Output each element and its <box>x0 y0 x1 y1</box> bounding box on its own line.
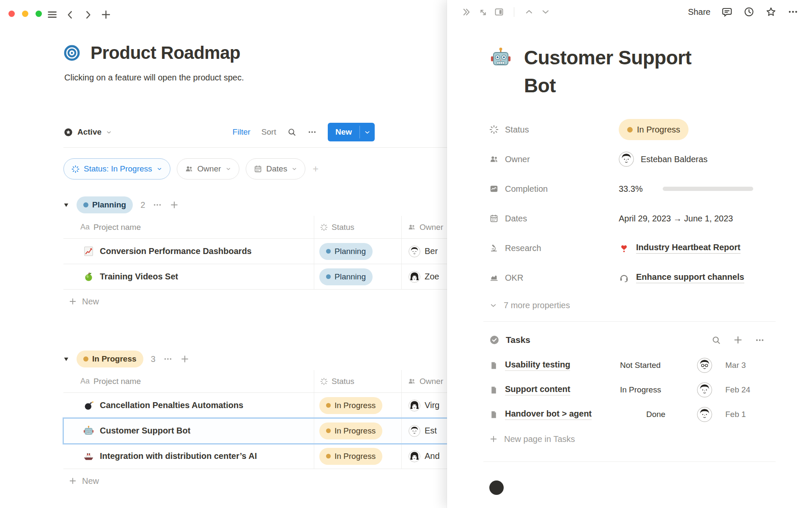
task-status-chip[interactable]: In Progress <box>604 381 669 399</box>
task-link[interactable]: Usability testing <box>505 360 570 371</box>
project-link[interactable]: Cancellation Penalties Automations <box>100 400 243 410</box>
table-row[interactable]: Cancellation Penalties Automations In Pr… <box>63 393 457 418</box>
next-page-icon[interactable] <box>540 7 551 17</box>
view-tab-active[interactable]: Active <box>63 127 112 137</box>
column-header-name[interactable]: AaProject name <box>63 370 314 392</box>
people-icon <box>408 377 416 385</box>
open-full-page-icon[interactable] <box>478 7 488 17</box>
property-label-owner[interactable]: Owner <box>489 155 619 164</box>
ellipsis-icon[interactable] <box>755 335 765 345</box>
column-header-status[interactable]: Status <box>314 370 401 392</box>
group-collapse-triangle[interactable] <box>63 356 69 362</box>
table-row-selected[interactable]: Customer Support Bot In Progress Est <box>63 418 457 444</box>
avatar <box>409 425 420 437</box>
task-date[interactable]: Feb 1 <box>719 410 812 419</box>
page-icon-robot[interactable] <box>489 46 512 69</box>
new-row-button[interactable]: New <box>63 469 457 493</box>
project-link[interactable]: Training Videos Set <box>100 272 178 282</box>
project-link[interactable]: Conversion Performance Dashboards <box>100 246 252 256</box>
new-row-button[interactable]: New <box>63 290 457 313</box>
side-peek-mode-icon[interactable] <box>494 7 504 17</box>
filter-chip-status[interactable]: Status: In Progress <box>63 158 170 179</box>
property-value-owner[interactable]: Esteban Balderas <box>619 152 708 167</box>
task-row[interactable]: Handover bot > agent Done Feb 1 <box>489 402 812 427</box>
property-label-status[interactable]: Status <box>489 125 619 135</box>
new-tab-icon[interactable] <box>100 9 112 20</box>
task-date[interactable]: Mar 3 <box>719 361 812 370</box>
page-title[interactable]: Product Roadmap <box>91 43 240 63</box>
group-add-icon[interactable] <box>170 200 179 210</box>
table-row[interactable]: Integration with distribution center’s A… <box>63 444 457 469</box>
close-peek-icon[interactable] <box>461 7 472 17</box>
ellipsis-icon[interactable] <box>307 127 317 137</box>
project-link[interactable]: Customer Support Bot <box>100 426 190 436</box>
people-icon <box>408 223 416 231</box>
sidebar-menu-icon[interactable] <box>47 9 58 20</box>
task-row[interactable]: Support content In Progress Feb 24 <box>489 378 812 402</box>
close-window-button[interactable] <box>8 11 15 17</box>
property-label-dates[interactable]: Dates <box>489 214 619 224</box>
heart-exclamation-emoji <box>619 243 629 254</box>
peek-page-title[interactable]: Customer Support Bot <box>524 44 719 99</box>
new-task-button[interactable]: New page in Tasks <box>489 427 812 451</box>
ellipsis-icon[interactable] <box>787 6 798 17</box>
table-row[interactable]: Conversion Performance Dashboards Planni… <box>63 239 457 264</box>
updates-clock-icon[interactable] <box>743 6 754 17</box>
forward-icon[interactable] <box>82 9 93 20</box>
property-label-okr[interactable]: OKR <box>489 273 619 283</box>
share-button[interactable]: Share <box>688 7 710 17</box>
group-ellipsis-icon[interactable] <box>163 354 173 364</box>
task-date[interactable]: Feb 24 <box>719 385 812 395</box>
column-header-name[interactable]: AaProject name <box>63 216 314 238</box>
task-status-chip[interactable]: Not Started <box>604 356 668 375</box>
minimize-window-button[interactable] <box>22 11 28 17</box>
task-link[interactable]: Support content <box>505 384 570 395</box>
group-add-icon[interactable] <box>180 354 189 364</box>
filter-chip-owner[interactable]: Owner <box>177 158 239 179</box>
status-cell[interactable]: In Progress <box>314 418 401 443</box>
headphones-emoji <box>619 273 629 283</box>
property-value-research[interactable]: Industry Heartbeat Report <box>619 243 741 254</box>
group-label-planning[interactable]: Planning <box>77 196 133 213</box>
group-label-in-progress[interactable]: In Progress <box>77 351 143 367</box>
property-value-status[interactable]: In Progress <box>619 119 689 140</box>
comments-icon[interactable] <box>721 6 732 17</box>
project-link[interactable]: Integration with distribution center’s A… <box>100 451 257 461</box>
zoom-window-button[interactable] <box>36 11 42 17</box>
page-description[interactable]: Clicking on a feature will open the prod… <box>64 73 244 83</box>
back-icon[interactable] <box>65 9 76 20</box>
previous-page-icon[interactable] <box>524 7 534 17</box>
task-link[interactable]: Handover bot > agent <box>505 409 592 420</box>
status-cell[interactable]: In Progress <box>314 393 401 418</box>
column-header-status[interactable]: Status <box>314 216 401 238</box>
status-cell[interactable]: Planning <box>314 264 401 289</box>
relation-link[interactable]: Industry Heartbeat Report <box>636 243 741 254</box>
status-cell[interactable]: Planning <box>314 239 401 264</box>
add-filter-icon[interactable]: + <box>313 163 318 175</box>
table-row[interactable]: Training Videos Set Planning Zoe <box>63 264 457 290</box>
property-label-completion[interactable]: Completion <box>489 184 619 194</box>
add-task-icon[interactable] <box>733 335 743 345</box>
task-status-chip[interactable]: Done <box>630 405 673 424</box>
more-properties-button[interactable]: 7 more properties <box>489 294 812 316</box>
group-collapse-triangle[interactable] <box>63 202 69 208</box>
filter-button[interactable]: Filter <box>233 127 250 137</box>
chevron-down-icon <box>225 166 231 172</box>
avatar <box>619 152 634 167</box>
property-value-okr[interactable]: Enhance support channels <box>619 272 744 283</box>
task-row[interactable]: Usability testing Not Started Mar 3 <box>489 353 812 378</box>
chevron-down-icon[interactable] <box>364 129 371 136</box>
sort-button[interactable]: Sort <box>261 127 276 137</box>
new-button[interactable]: New <box>328 123 375 141</box>
property-label-research[interactable]: Research <box>489 243 619 253</box>
relation-link[interactable]: Enhance support channels <box>636 272 744 283</box>
filter-chip-dates[interactable]: Dates <box>246 158 306 179</box>
tasks-section-title[interactable]: Tasks <box>506 335 530 345</box>
favorite-star-icon[interactable] <box>765 6 776 17</box>
page-icon-target[interactable] <box>63 44 80 61</box>
search-icon[interactable] <box>287 127 296 137</box>
group-ellipsis-icon[interactable] <box>153 200 162 210</box>
property-value-dates[interactable]: April 29, 2023 → June 1, 2023 <box>619 214 733 224</box>
status-cell[interactable]: In Progress <box>314 444 401 469</box>
search-icon[interactable] <box>711 335 721 345</box>
